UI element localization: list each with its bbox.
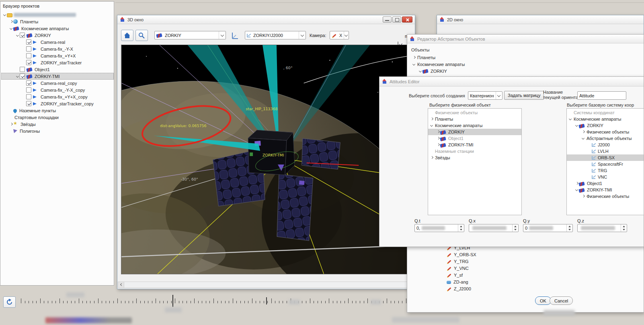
tree-item[interactable]: LVLH xyxy=(567,148,644,154)
replay-button[interactable] xyxy=(3,296,16,308)
tree-item[interactable]: Стартовые площадки xyxy=(1,114,114,121)
q-z-spinbox[interactable] xyxy=(577,224,627,232)
method-combo[interactable]: Кватернион xyxy=(468,91,502,100)
tree-item[interactable]: Y_sf xyxy=(441,272,562,278)
chevron-right-icon[interactable] xyxy=(581,130,585,134)
chevron-right-icon[interactable] xyxy=(9,20,13,24)
tree-item[interactable]: Космические аппараты xyxy=(1,25,114,32)
timeline-marker[interactable] xyxy=(266,297,267,304)
tree-item[interactable]: ZORKIY_starTracker_copy xyxy=(1,100,114,107)
checkbox[interactable] xyxy=(20,74,25,79)
tree-item[interactable]: Y_TRG xyxy=(441,258,562,265)
timeline-ruler[interactable] xyxy=(21,297,408,307)
tree-item[interactable]: Наземные пункты xyxy=(1,107,114,114)
tree-item[interactable]: Звёзды xyxy=(428,154,521,161)
tree-item[interactable]: Планеты xyxy=(428,116,521,122)
checkbox[interactable] xyxy=(20,67,25,72)
window-3d-titlebar[interactable]: 3D окно xyxy=(117,15,415,24)
checkbox[interactable] xyxy=(20,33,25,38)
tree-item[interactable]: Camera-fix_+Y+X xyxy=(1,52,114,59)
restore-button[interactable] xyxy=(392,16,401,23)
chevron-right-icon[interactable] xyxy=(436,143,440,147)
chevron-down-icon[interactable] xyxy=(418,69,422,73)
checkbox[interactable] xyxy=(26,46,31,51)
tree-item[interactable]: ZORKIY-TMI xyxy=(1,73,114,80)
tree-item[interactable]: ZORKIY-TMI xyxy=(428,142,521,148)
checkbox[interactable] xyxy=(26,53,31,58)
spinner[interactable] xyxy=(512,224,518,232)
q-t-spinbox[interactable]: 0, xyxy=(414,224,464,232)
spin-up-icon[interactable] xyxy=(513,224,518,228)
attitudes-editor-titlebar[interactable]: Attitudes Editor xyxy=(379,77,644,86)
tree-item[interactable]: Системы координат xyxy=(567,109,644,116)
spin-down-icon[interactable] xyxy=(458,228,464,232)
checkbox[interactable] xyxy=(26,39,31,45)
timeline-cursor[interactable] xyxy=(172,295,173,307)
camera-combo[interactable]: X xyxy=(330,31,349,39)
spin-down-icon[interactable] xyxy=(513,228,518,232)
tree-item[interactable]: SpacecraftFr xyxy=(567,161,644,167)
tree-item[interactable]: Y_ORB-SX xyxy=(441,251,562,258)
tree-item[interactable]: Космические аппараты xyxy=(410,61,640,68)
tree-item[interactable]: Абстрактные объекты xyxy=(567,135,644,142)
chevron-down-icon[interactable] xyxy=(3,13,7,17)
home-button[interactable] xyxy=(121,30,133,41)
tree-item[interactable]: ZORKIY xyxy=(567,122,644,129)
chevron-right-icon[interactable] xyxy=(412,56,416,60)
chevron-down-icon[interactable] xyxy=(568,117,572,121)
chevron-right-icon[interactable] xyxy=(575,181,579,185)
tree-item[interactable]: Космические аппараты xyxy=(428,122,521,129)
tree-item[interactable]: Физические объекты xyxy=(567,193,644,200)
checkbox[interactable] xyxy=(26,87,31,93)
checkbox[interactable] xyxy=(26,80,31,86)
chevron-right-icon[interactable] xyxy=(430,117,434,121)
window-2d-titlebar[interactable]: 2D окно xyxy=(437,15,644,24)
object-combo[interactable]: ZORKIY xyxy=(154,31,226,39)
abstract-editor-titlebar[interactable]: Редактор Абстрактных Объектов xyxy=(407,35,644,43)
minimize-button[interactable] xyxy=(383,16,392,23)
spinner[interactable] xyxy=(566,224,572,232)
tree-item[interactable]: ZORKIY xyxy=(410,68,640,74)
chevron-right-icon[interactable] xyxy=(9,122,13,126)
spin-down-icon[interactable] xyxy=(567,228,572,232)
spin-up-icon[interactable] xyxy=(621,224,627,228)
tree-item[interactable]: Планеты xyxy=(1,18,114,25)
chevron-down-icon[interactable] xyxy=(9,27,13,31)
tree-item[interactable]: ZORKIY xyxy=(1,32,114,39)
tree-item[interactable]: Object1 xyxy=(428,135,521,142)
tree-item[interactable]: TRG xyxy=(567,167,644,174)
tree-item[interactable]: Y_VNC xyxy=(441,265,562,272)
chevron-down-icon[interactable] xyxy=(16,74,20,78)
tree-item[interactable]: Космические аппараты xyxy=(567,116,644,122)
tree-item[interactable]: ZORKIY-TMI xyxy=(567,187,644,193)
checkbox[interactable] xyxy=(26,60,31,65)
tree-item[interactable]: Object1 xyxy=(567,180,644,187)
spinner[interactable] xyxy=(458,224,464,232)
tree-item[interactable]: Camera-fix_-Y-X_copy xyxy=(1,86,114,93)
spinner[interactable] xyxy=(621,224,627,232)
spin-down-icon[interactable] xyxy=(621,228,627,232)
chevron-down-icon[interactable] xyxy=(575,123,579,128)
tree-item[interactable]: Z_J2000 xyxy=(441,285,562,292)
tree-item[interactable]: ORB-SX xyxy=(567,154,644,161)
chevron-down-icon[interactable] xyxy=(581,136,585,140)
scroll-left-button[interactable] xyxy=(118,282,124,288)
cancel-button[interactable]: Cancel xyxy=(550,296,573,305)
zoom-button[interactable] xyxy=(135,30,148,41)
tree-item[interactable]: ZORKIY xyxy=(428,129,521,135)
tree-item[interactable]: Camera-real xyxy=(1,39,114,45)
tree-item[interactable]: Планеты xyxy=(410,54,640,61)
tree-item[interactable]: Физические объекты xyxy=(428,109,521,116)
chevron-right-icon[interactable] xyxy=(430,156,434,160)
chevron-right-icon[interactable] xyxy=(436,136,440,140)
tree-item[interactable]: Полигоны xyxy=(1,128,114,134)
chevron-down-icon[interactable] xyxy=(575,188,579,192)
chevron-down-icon[interactable] xyxy=(412,62,416,66)
tree-item[interactable]: ZORKIY_starTracker xyxy=(1,59,114,66)
frame-combo[interactable]: ZORKIY/J2000 xyxy=(245,31,306,39)
tree-item[interactable]: Camera-real_copy xyxy=(1,80,114,86)
tree-item[interactable] xyxy=(1,11,114,18)
tree-item[interactable]: ZD-ang xyxy=(441,278,562,285)
tree-item[interactable]: Object1 xyxy=(1,66,114,73)
tree-item[interactable]: Camera-fix_+Y+X_copy xyxy=(1,93,114,100)
